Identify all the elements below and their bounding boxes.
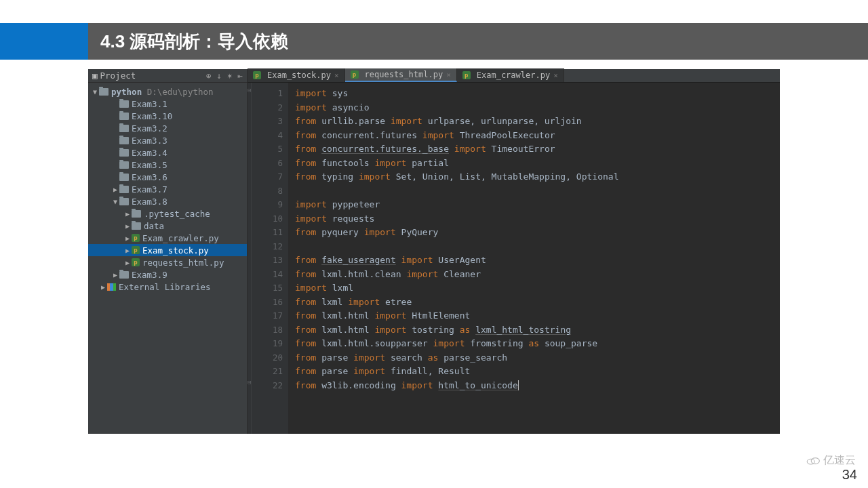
- python-file-icon: p: [132, 246, 140, 254]
- slide-title-bar: 4.3 源码剖析：导入依赖: [88, 23, 868, 60]
- project-panel-header: ▣ Project ⊕ ↓ ✶ ⇤: [88, 69, 247, 83]
- folder-icon: [119, 125, 129, 132]
- tree-item-label: Exam3.7: [132, 184, 167, 195]
- python-file-icon: p: [253, 71, 261, 79]
- folder-icon: [119, 271, 129, 279]
- tree-item-label: data: [144, 221, 164, 231]
- ide-window: ▣ Project ⊕ ↓ ✶ ⇤ ▼python D:\edu\pythonE…: [88, 69, 780, 434]
- tree-item-label: Exam_stock.py: [142, 245, 209, 256]
- tree-item-label: Exam3.2: [132, 123, 167, 134]
- project-panel-label: Project: [100, 70, 136, 81]
- tree-item-label: External Libraries: [119, 282, 210, 292]
- editor-pane: pExam_stock.py×prequests_html.py×pExam_c…: [248, 69, 780, 434]
- tree-item-label: Exam3.10: [132, 111, 172, 121]
- tree-item[interactable]: ▶pExam_crawler.py: [88, 232, 247, 244]
- python-file-icon: p: [132, 258, 140, 266]
- sort-icon[interactable]: ↓: [216, 70, 222, 81]
- code-area[interactable]: ⊟⊟ 12345678910111213141516171819202122 i…: [248, 83, 780, 434]
- slide-accent: [0, 23, 88, 60]
- tree-item[interactable]: ▼Exam3.8: [88, 195, 247, 207]
- target-icon[interactable]: ⊕: [206, 70, 212, 81]
- tree-item[interactable]: Exam3.1: [88, 98, 247, 110]
- tree-item-label: Exam3.8: [132, 197, 167, 207]
- gutter: 12345678910111213141516171819202122: [252, 83, 288, 434]
- tree-item[interactable]: ▶External Libraries: [88, 281, 247, 293]
- tree-item-label: Exam3.5: [132, 160, 167, 170]
- tree-item-label: Exam3.6: [132, 172, 167, 182]
- close-icon[interactable]: ×: [334, 71, 339, 80]
- slide-title: 4.3 源码剖析：导入依赖: [100, 30, 288, 54]
- tree-item[interactable]: Exam3.3: [88, 134, 247, 146]
- tree-item-label: Exam3.3: [132, 136, 167, 146]
- tree-item[interactable]: ▶data: [88, 220, 247, 232]
- folder-icon: [119, 113, 129, 120]
- tree-item[interactable]: ▶Exam3.9: [88, 268, 247, 281]
- editor-tabs: pExam_stock.py×prequests_html.py×pExam_c…: [248, 69, 780, 83]
- tree-item[interactable]: Exam3.5: [88, 159, 247, 171]
- tree-item[interactable]: Exam3.6: [88, 171, 247, 183]
- tab-label: Exam_stock.py: [267, 70, 331, 80]
- tree-root[interactable]: ▼python D:\edu\python: [88, 85, 247, 98]
- close-icon[interactable]: ×: [553, 71, 558, 80]
- tree-item-label: requests_html.py: [142, 258, 224, 268]
- tree-item-label: .pytest_cache: [144, 209, 210, 219]
- editor-tab[interactable]: prequests_html.py×: [345, 68, 457, 82]
- tree-item-label: Exam3.1: [132, 99, 167, 109]
- python-file-icon: p: [462, 71, 471, 79]
- folder-icon: [119, 137, 129, 144]
- collapse-icon[interactable]: ⇤: [237, 70, 243, 81]
- libraries-icon: [107, 283, 116, 291]
- tree-item[interactable]: ▶prequests_html.py: [88, 256, 247, 268]
- close-icon[interactable]: ×: [446, 70, 451, 79]
- python-file-icon: p: [351, 70, 359, 79]
- tree-item[interactable]: ▶.pytest_cache: [88, 207, 247, 220]
- folder-icon: [119, 161, 129, 169]
- code-body[interactable]: import sysimport asynciofrom urllib.pars…: [288, 83, 780, 434]
- folder-icon: [132, 210, 141, 218]
- tree-item[interactable]: Exam3.2: [88, 122, 247, 134]
- tree-item-label: Exam3.4: [132, 148, 167, 158]
- tree-item[interactable]: ▶Exam3.7: [88, 183, 247, 195]
- editor-tab[interactable]: pExam_crawler.py×: [457, 68, 564, 82]
- folder-icon: [99, 88, 108, 96]
- folder-icon: [119, 198, 129, 205]
- editor-tab[interactable]: pExam_stock.py×: [248, 68, 345, 82]
- tree-item-label: Exam_crawler.py: [142, 233, 219, 243]
- tree-item-label: Exam3.9: [132, 270, 167, 280]
- watermark-logo: 亿速云: [806, 453, 856, 468]
- folder-icon: [132, 222, 141, 230]
- svg-point-1: [811, 458, 819, 464]
- python-file-icon: p: [132, 234, 140, 242]
- project-tree[interactable]: ▼python D:\edu\pythonExam3.1Exam3.10Exam…: [88, 83, 247, 434]
- tree-item[interactable]: Exam3.4: [88, 146, 247, 159]
- gear-icon[interactable]: ✶: [227, 70, 233, 81]
- folder-icon: [119, 186, 129, 193]
- tree-item[interactable]: Exam3.10: [88, 110, 247, 122]
- folder-icon: [119, 149, 129, 157]
- tree-item[interactable]: ▶pExam_stock.py: [88, 244, 247, 256]
- slide-page-number: 34: [842, 467, 857, 483]
- project-panel: ▣ Project ⊕ ↓ ✶ ⇤ ▼python D:\edu\pythonE…: [88, 69, 248, 434]
- folder-icon: [119, 100, 129, 108]
- tab-label: requests_html.py: [365, 70, 443, 79]
- project-icon: ▣: [92, 70, 98, 81]
- tab-label: Exam_crawler.py: [477, 70, 550, 80]
- folder-icon: [119, 174, 129, 181]
